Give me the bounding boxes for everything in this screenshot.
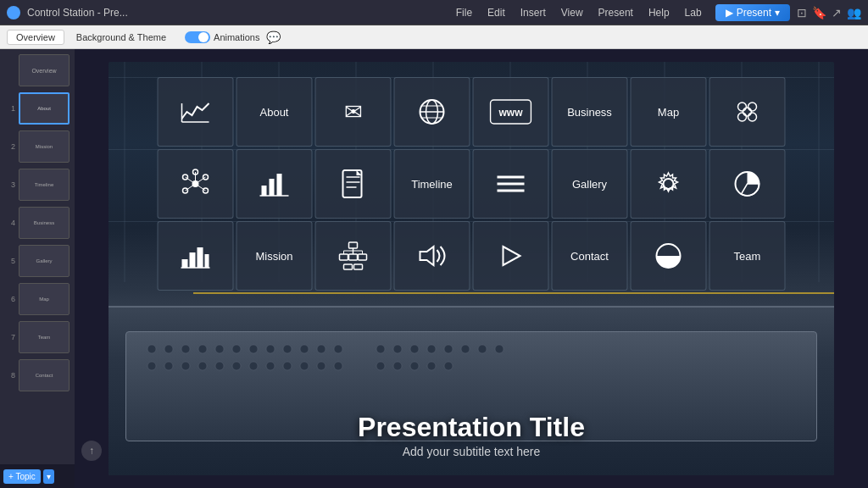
- tile-team[interactable]: Team: [709, 221, 786, 291]
- svg-point-46: [738, 103, 747, 111]
- slide-canvas: About ✉ www: [108, 62, 834, 475]
- slide-thumb-3[interactable]: 3 Timeline: [3, 167, 71, 202]
- menu-present[interactable]: Present: [592, 5, 640, 20]
- thumb-mission: Mission: [19, 130, 70, 163]
- svg-rect-77: [190, 252, 196, 268]
- svg-point-4: [215, 345, 224, 353]
- thumb-team: Team: [19, 321, 70, 353]
- slide-thumb-1[interactable]: 1 About: [3, 91, 71, 126]
- tile-timeline[interactable]: Timeline: [394, 149, 470, 219]
- tile-mission[interactable]: Mission: [236, 221, 313, 291]
- svg-rect-62: [262, 186, 267, 196]
- tile-map[interactable]: Map: [631, 77, 707, 147]
- slide-thumb-5[interactable]: 5 Gallery: [3, 243, 71, 279]
- tile-map-label: Map: [658, 106, 679, 119]
- svg-point-18: [249, 362, 258, 370]
- tile-contact[interactable]: Contact: [552, 221, 628, 291]
- slide-thumb-7[interactable]: 7 Team: [3, 319, 71, 355]
- svg-point-6: [249, 345, 258, 353]
- tile-gallery[interactable]: Gallery: [552, 149, 628, 219]
- svg-line-59: [186, 184, 196, 191]
- svg-point-36: [444, 362, 453, 370]
- menu-file[interactable]: File: [449, 5, 479, 20]
- tile-gear[interactable]: [631, 149, 707, 219]
- piechart-icon: [733, 169, 762, 198]
- tile-play[interactable]: [473, 221, 549, 291]
- tile-document[interactable]: [315, 149, 392, 219]
- svg-point-26: [410, 345, 419, 353]
- tile-contact-label: Contact: [570, 250, 609, 263]
- svg-line-58: [196, 177, 206, 184]
- menu-insert[interactable]: Insert: [514, 5, 553, 20]
- scroll-up-button[interactable]: ↑: [81, 441, 102, 461]
- slide-title: Presentation Title: [108, 412, 834, 443]
- svg-point-29: [461, 345, 470, 353]
- audio-icon: [417, 243, 448, 269]
- menu-help[interactable]: Help: [642, 5, 676, 20]
- toolbar-icons: ⊡ 🔖 ↗ 👥: [797, 6, 861, 19]
- menu-edit[interactable]: Edit: [481, 5, 512, 20]
- svg-point-23: [334, 362, 342, 370]
- tile-about[interactable]: About: [236, 77, 313, 147]
- tile-network[interactable]: [158, 149, 234, 219]
- svg-point-12: [147, 362, 156, 370]
- present-button[interactable]: ▶ Present ▾: [715, 4, 790, 21]
- tile-business[interactable]: Business: [552, 77, 628, 147]
- svg-point-2: [181, 345, 190, 353]
- menu-lab[interactable]: Lab: [678, 5, 709, 20]
- thumb-gallery: Gallery: [19, 245, 70, 277]
- app-title: Control Station - Pre...: [27, 7, 442, 19]
- tile-barchart2[interactable]: [158, 221, 234, 291]
- tile-lines[interactable]: [473, 149, 549, 219]
- slide-thumb-2[interactable]: 2 Mission: [3, 129, 71, 164]
- slide-thumb-4[interactable]: 4 Business: [3, 205, 71, 241]
- users-icon[interactable]: 👥: [847, 6, 861, 19]
- tile-halfcircle[interactable]: [631, 221, 707, 291]
- tile-team-label: Team: [734, 250, 761, 263]
- svg-point-21: [300, 362, 309, 370]
- tile-barchart[interactable]: [236, 149, 313, 219]
- tile-hierarchy[interactable]: [315, 221, 392, 291]
- svg-point-3: [198, 345, 207, 353]
- svg-line-60: [196, 184, 206, 191]
- tile-globe[interactable]: [394, 77, 470, 147]
- toggle-thumb: [198, 32, 209, 42]
- svg-marker-92: [420, 247, 434, 265]
- slide-thumb-8[interactable]: 8 Contact: [3, 358, 71, 393]
- slide-subtitle: Add your subtitle text here: [108, 445, 834, 458]
- add-topic-button[interactable]: + Topic: [3, 469, 41, 484]
- svg-point-5: [232, 345, 241, 353]
- svg-point-13: [164, 362, 173, 370]
- tile-email[interactable]: ✉: [315, 77, 392, 147]
- tile-www[interactable]: www: [473, 77, 549, 147]
- bookmark-icon[interactable]: 🔖: [812, 6, 826, 19]
- menu-view[interactable]: View: [554, 5, 590, 20]
- chat-icon[interactable]: 💬: [266, 30, 281, 44]
- svg-rect-82: [340, 254, 348, 260]
- topic-dropdown-button[interactable]: ▾: [43, 469, 54, 484]
- www-icon: www: [490, 99, 532, 125]
- svg-rect-64: [277, 174, 282, 196]
- tile-icon-circles[interactable]: [709, 77, 786, 147]
- tab-background-theme[interactable]: Background & Theme: [68, 30, 175, 44]
- devices-icon[interactable]: ⊡: [797, 6, 807, 19]
- tile-audio[interactable]: [394, 221, 470, 291]
- svg-point-48: [738, 113, 747, 121]
- svg-point-14: [181, 362, 190, 370]
- svg-point-47: [748, 103, 757, 111]
- globe-icon: [418, 97, 447, 126]
- slide-thumb-overview[interactable]: Overview: [3, 53, 71, 88]
- linechart-icon: [181, 100, 211, 124]
- menu-grid: About ✉ www: [158, 77, 786, 291]
- menu-bar: File Edit Insert View Present Help Lab: [449, 5, 709, 20]
- toggle-track[interactable]: [185, 31, 210, 43]
- share-icon[interactable]: ↗: [832, 6, 842, 19]
- svg-point-34: [410, 362, 419, 370]
- tab-overview[interactable]: Overview: [7, 30, 64, 45]
- animations-toggle[interactable]: Animations: [185, 31, 259, 43]
- slide-thumb-6[interactable]: 6 Map: [3, 281, 71, 317]
- animations-label: Animations: [214, 32, 259, 42]
- tile-piechart[interactable]: [709, 149, 786, 219]
- tile-icon-linechart[interactable]: [158, 77, 234, 147]
- svg-point-27: [427, 345, 436, 353]
